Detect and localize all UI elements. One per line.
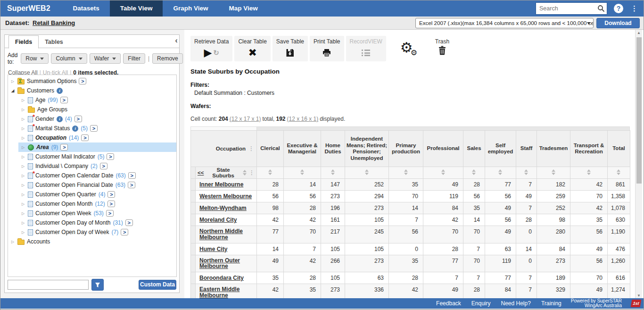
trash-button[interactable]: Trash: [435, 36, 449, 57]
expander-icon[interactable]: ▷: [21, 117, 25, 121]
expander-icon[interactable]: ▷: [21, 126, 25, 131]
tab-tables[interactable]: Tables: [39, 36, 69, 49]
info-icon[interactable]: i: [57, 116, 63, 122]
row-label-link[interactable]: Inner Melbourne: [199, 182, 243, 188]
scrollbar-thumb[interactable]: [636, 37, 642, 184]
expander-icon[interactable]: ▷: [21, 221, 25, 225]
column-header-independent-means-retired-pensioner-unemployed[interactable]: Independent Means; Retired; Pensioner; U…: [345, 131, 389, 167]
info-icon[interactable]: i: [57, 88, 63, 94]
vertical-scrollbar[interactable]: ▲ ▼: [635, 30, 642, 299]
expander-icon[interactable]: ◢: [10, 88, 15, 93]
expander-icon[interactable]: ▷: [21, 230, 25, 235]
expander-icon[interactable]: ▷: [21, 155, 25, 159]
cell-count-total-dims-link[interactable]: (12 x 17 x 1): [230, 116, 261, 122]
open-field-button[interactable]: >: [106, 210, 114, 217]
row-label-link[interactable]: Northern Middle Melbourne: [199, 228, 255, 240]
row-label-link[interactable]: Eastern Middle Melbourne: [199, 286, 255, 298]
row-label-link[interactable]: Melton-Wyndham: [199, 205, 247, 211]
tree-item-individual-company[interactable]: ▷Individual \ Company(2)>: [18, 161, 176, 171]
table-options-button[interactable]: ⚙ ⚙: [399, 36, 419, 61]
help-icon[interactable]: ?: [614, 4, 623, 13]
open-field-button[interactable]: >: [107, 153, 114, 160]
sort-icon[interactable]: [268, 169, 272, 175]
sort-icon[interactable]: [552, 169, 556, 175]
retrieve-data-button[interactable]: Retrieve Data▶↻: [190, 36, 232, 61]
open-field-button[interactable]: >: [60, 144, 68, 151]
open-field-button[interactable]: >: [121, 229, 128, 235]
expander-icon[interactable]: ▷: [21, 164, 25, 168]
tree-item-age-groups[interactable]: ▷Age Groups: [18, 105, 176, 114]
tab-fields[interactable]: Fields: [8, 35, 39, 49]
expander-icon[interactable]: ▷: [21, 183, 25, 187]
expander-icon[interactable]: ▷: [10, 79, 15, 84]
footer-link-need-help[interactable]: Need Help?: [501, 300, 531, 307]
tree-item-marital-status[interactable]: ▷*Marital Statusi(5)>: [18, 124, 176, 133]
expander-icon[interactable]: ▷: [10, 240, 15, 244]
sort-icon[interactable]: [587, 169, 591, 175]
nav-tab-table-view[interactable]: Table View: [110, 0, 163, 17]
dataset-link[interactable]: Retail Banking: [33, 19, 75, 26]
column-header-clerical[interactable]: Clerical: [257, 131, 284, 167]
sort-icon[interactable]: [441, 169, 446, 175]
open-field-button[interactable]: >: [79, 78, 86, 84]
nav-tab-graph-view[interactable]: Graph View: [163, 0, 218, 17]
addto-filter-button[interactable]: Filter: [123, 53, 145, 64]
column-header-total[interactable]: Total: [608, 131, 630, 167]
row-label-link[interactable]: Boroondara City: [199, 275, 244, 281]
tree-item-occupation[interactable]: ▷Occupation(14)>: [18, 133, 176, 142]
column-header-primary-production[interactable]: Primary production: [389, 131, 423, 167]
tree-item-customer-open-financial-date[interactable]: ▷Customer Open Financial Date(63)>: [18, 180, 176, 190]
column-header-transport-recreation[interactable]: Transport & Recreation: [570, 131, 608, 167]
addto-column-button[interactable]: Column: [51, 53, 87, 64]
sort-icon[interactable]: [300, 169, 305, 175]
search-input[interactable]: [536, 3, 592, 14]
tree-item-customers[interactable]: ◢Customersi: [8, 86, 176, 95]
footer-link-enquiry[interactable]: Enquiry: [471, 300, 491, 307]
download-table-button[interactable]: Download Table: [596, 18, 640, 28]
tree-item-summation-options[interactable]: ▷ΣSummation Options>: [8, 76, 176, 86]
tree-item-customer-mail-indicator[interactable]: ▷Customer Mail Indicator(5)>: [18, 152, 176, 161]
print-table-button[interactable]: Print Table: [310, 36, 344, 61]
open-field-button[interactable]: >: [107, 201, 115, 207]
open-field-button[interactable]: >: [100, 163, 107, 169]
open-field-button[interactable]: >: [125, 219, 133, 226]
sort-icon[interactable]: [472, 169, 476, 175]
scroll-up-arrow[interactable]: ▲: [636, 30, 642, 36]
open-field-button[interactable]: >: [90, 125, 98, 132]
column-header-home-duties[interactable]: Home Duties: [321, 131, 345, 167]
expander-icon[interactable]: ▷: [21, 202, 25, 206]
sort-icon[interactable]: [524, 169, 528, 175]
sort-icon[interactable]: [331, 169, 335, 175]
row-label-link[interactable]: Moreland City: [199, 217, 237, 223]
tree-item-age[interactable]: ▷Age(99)>: [18, 95, 176, 105]
tree-item-customer-open-day-of-month[interactable]: ▷Customer Open Day of Month(31)>: [18, 218, 176, 227]
tree-item-customer-open-calendar-date[interactable]: ▷*Customer Open Calendar Date(63)>: [18, 171, 176, 180]
nav-tab-map-view[interactable]: Map View: [218, 0, 268, 17]
clear-table-button[interactable]: Clear Table✖: [234, 36, 270, 61]
tree-item-gender[interactable]: ▷*Genderi(4)>: [18, 114, 176, 124]
expander-icon[interactable]: ▷: [21, 98, 25, 102]
filter-funnel-button[interactable]: [91, 279, 104, 291]
open-field-button[interactable]: >: [128, 172, 136, 179]
column-header-sales[interactable]: Sales: [463, 131, 485, 167]
expander-icon[interactable]: ▷: [21, 108, 25, 112]
sort-icon[interactable]: [365, 169, 369, 175]
addto-remove-button[interactable]: Remove: [152, 53, 183, 64]
row-label-link[interactable]: Northern Outer Melbourne: [199, 258, 255, 269]
custom-data-button[interactable]: Custom Data: [139, 280, 176, 290]
addto-row-button[interactable]: Row: [21, 53, 49, 64]
drag-grip-icon[interactable]: ⋮: [248, 145, 254, 152]
column-header-self-employed[interactable]: Self employed: [485, 131, 516, 167]
tree-item-customer-open-month[interactable]: ▷Customer Open Month(12)>: [18, 199, 176, 209]
expander-icon[interactable]: ▷: [21, 145, 25, 150]
footer-link-feedback[interactable]: Feedback: [436, 300, 461, 307]
tree-item-area[interactable]: ▷Area(9)>: [18, 142, 176, 152]
open-field-button[interactable]: >: [107, 191, 115, 198]
collapse-rows-link[interactable]: <<: [198, 170, 204, 176]
row-label-link[interactable]: Western Melbourne: [199, 193, 252, 200]
sort-icon[interactable]: [498, 169, 503, 175]
tree-item-accounts[interactable]: ▷Accounts: [8, 237, 176, 246]
cell-count-displayed-dims-link[interactable]: (12 x 16 x 1): [287, 116, 318, 122]
export-format-select[interactable]: Excel 2007 (.xlsx)(max 16,384 columns x …: [415, 18, 594, 28]
overflow-menu-icon[interactable]: ⋮: [631, 4, 638, 13]
